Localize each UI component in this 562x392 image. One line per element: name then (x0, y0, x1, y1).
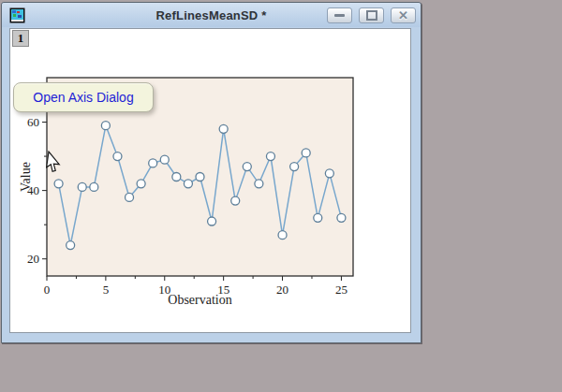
x-tick-label: 0 (44, 283, 51, 297)
minimize-icon (334, 14, 345, 17)
data-point[interactable] (184, 180, 192, 188)
window-controls: ✕ (327, 7, 416, 23)
data-point[interactable] (208, 217, 216, 225)
data-point[interactable] (255, 180, 263, 188)
close-icon: ✕ (398, 9, 408, 22)
data-point[interactable] (101, 122, 110, 130)
y-tick-label: 20 (27, 252, 39, 266)
open-axis-dialog-button[interactable]: Open Axis Dialog (13, 82, 154, 112)
minimize-button[interactable] (327, 7, 352, 23)
data-point[interactable] (160, 155, 169, 164)
maximize-icon (366, 10, 377, 21)
y-tick-label: 60 (27, 115, 39, 129)
data-point[interactable] (78, 182, 86, 191)
graph-window-icon (9, 7, 25, 23)
data-point[interactable] (54, 180, 63, 188)
x-tick-label: 20 (276, 283, 288, 297)
data-point[interactable] (90, 182, 98, 191)
data-point[interactable] (314, 213, 322, 222)
data-point[interactable] (290, 163, 299, 171)
x-tick-label: 5 (103, 283, 110, 297)
data-point[interactable] (243, 163, 251, 171)
data-point[interactable] (302, 149, 310, 157)
data-point[interactable] (172, 173, 181, 181)
data-point[interactable] (196, 173, 204, 181)
chart: 0510152025204060ValueObservation (10, 29, 410, 332)
data-point[interactable] (126, 193, 134, 201)
close-button[interactable]: ✕ (391, 7, 416, 23)
data-point[interactable] (137, 180, 145, 188)
x-tick-label: 25 (335, 283, 348, 297)
x-axis-title: Observation (168, 293, 231, 307)
data-point[interactable] (337, 213, 346, 222)
data-point[interactable] (149, 159, 157, 167)
titlebar[interactable]: RefLinesMeanSD * ✕ (2, 3, 421, 27)
graph-page: 1 0510152025204060ValueObservation Open … (9, 28, 411, 333)
graph-window: RefLinesMeanSD * ✕ 1 0510152025204060Val… (1, 2, 422, 343)
data-point[interactable] (278, 231, 287, 240)
data-point[interactable] (219, 124, 228, 133)
data-point[interactable] (67, 241, 75, 250)
data-point[interactable] (266, 152, 274, 161)
data-point[interactable] (325, 169, 333, 178)
data-point[interactable] (231, 196, 240, 205)
desktop: RefLinesMeanSD * ✕ 1 0510152025204060Val… (0, 0, 562, 392)
y-axis-title: Value (19, 162, 33, 192)
maximize-button[interactable] (359, 7, 384, 23)
data-point[interactable] (113, 152, 122, 161)
